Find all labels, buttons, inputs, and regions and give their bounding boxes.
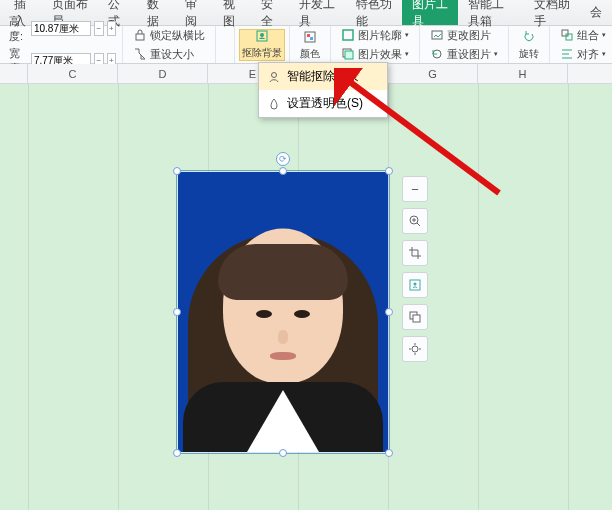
- rotate-icon: [522, 30, 536, 44]
- svg-rect-7: [310, 37, 313, 40]
- chevron-down-icon: ▾: [494, 50, 498, 58]
- tab-dev[interactable]: 开发工具: [289, 0, 345, 25]
- tab-picture-tools[interactable]: 图片工具: [402, 0, 458, 25]
- reset-size[interactable]: 重设大小: [129, 46, 209, 63]
- tab-docassist[interactable]: 文档助手: [524, 0, 580, 25]
- rotate-handle[interactable]: ⟳: [276, 152, 290, 166]
- group-button[interactable]: 组合▾: [556, 27, 610, 44]
- chevron-down-icon: ▾: [405, 50, 409, 58]
- resize-handle-tl[interactable]: [173, 167, 181, 175]
- change-pic-icon: [430, 28, 444, 42]
- svg-point-21: [414, 283, 417, 286]
- effect-button[interactable]: 图片效果▾: [337, 46, 413, 63]
- smart-remove-bg-icon: [267, 70, 281, 84]
- remove-bg-icon: [255, 29, 269, 43]
- side-zoom-button[interactable]: [402, 208, 428, 234]
- height-input[interactable]: [31, 21, 91, 36]
- reset-pic-button[interactable]: 重设图片▾: [426, 46, 502, 63]
- tab-more[interactable]: 会: [580, 0, 612, 25]
- svg-rect-6: [307, 34, 310, 37]
- resize-handle-tr[interactable]: [385, 167, 393, 175]
- remove-background-button[interactable]: 抠除背景: [239, 29, 285, 61]
- color-icon: [303, 30, 317, 44]
- col-D[interactable]: D: [118, 64, 208, 83]
- tab-smart[interactable]: 智能工具箱: [458, 0, 523, 25]
- resize-handle-mr[interactable]: [385, 308, 393, 316]
- col-H[interactable]: H: [478, 64, 568, 83]
- change-pic-button[interactable]: 更改图片: [426, 27, 502, 44]
- chevron-down-icon: ▾: [602, 50, 606, 58]
- resize-handle-ml[interactable]: [173, 308, 181, 316]
- side-ai-button[interactable]: [402, 272, 428, 298]
- selected-picture[interactable]: ⟳: [178, 172, 388, 452]
- svg-rect-13: [566, 34, 572, 40]
- chevron-down-icon: ▾: [602, 31, 606, 39]
- resize-handle-bl[interactable]: [173, 449, 181, 457]
- resize-handle-tm[interactable]: [279, 167, 287, 175]
- svg-rect-8: [343, 30, 353, 40]
- resize-handle-bm[interactable]: [279, 449, 287, 457]
- set-transparent-color-item[interactable]: 设置透明色(S): [259, 90, 387, 117]
- svg-point-4: [260, 33, 264, 37]
- svg-rect-23: [413, 315, 420, 322]
- tab-view[interactable]: 视图: [213, 0, 251, 25]
- col-corner[interactable]: [0, 64, 28, 83]
- svg-rect-10: [345, 51, 353, 59]
- lock-ratio[interactable]: 锁定纵横比: [129, 27, 209, 44]
- side-crop-button[interactable]: [402, 240, 428, 266]
- effect-icon: [341, 47, 355, 61]
- align-icon: [560, 47, 574, 61]
- rotate-button[interactable]: 旋转: [515, 29, 543, 61]
- outline-button[interactable]: 图片轮廓▾: [337, 27, 413, 44]
- color-button[interactable]: 颜色: [296, 29, 324, 61]
- eyedropper-icon: [267, 97, 281, 111]
- side-collapse-button[interactable]: −: [402, 176, 428, 202]
- height-label: 高度:: [9, 14, 28, 44]
- picture-side-toolbar: −: [402, 176, 430, 362]
- svg-rect-12: [562, 30, 568, 36]
- reset-size-icon: [133, 47, 147, 61]
- svg-point-18: [272, 72, 277, 77]
- col-G[interactable]: G: [388, 64, 478, 83]
- side-layers-button[interactable]: [402, 304, 428, 330]
- height-step-up[interactable]: +: [107, 21, 117, 36]
- tab-special[interactable]: 特色功能: [346, 0, 402, 25]
- side-brightness-button[interactable]: [402, 336, 428, 362]
- portrait-image: [178, 172, 388, 452]
- svg-point-24: [412, 346, 418, 352]
- chevron-down-icon: ▾: [405, 31, 409, 39]
- reset-pic-icon: [430, 47, 444, 61]
- lock-icon: [133, 28, 147, 42]
- tab-review[interactable]: 审阅: [175, 0, 213, 25]
- outline-icon: [341, 28, 355, 42]
- remove-bg-dropdown: 智能抠除背景 设置透明色(S): [258, 62, 388, 118]
- tab-security[interactable]: 安全: [251, 0, 289, 25]
- col-C[interactable]: C: [28, 64, 118, 83]
- group-icon: [560, 28, 574, 42]
- height-step-down[interactable]: −: [94, 21, 104, 36]
- align-button[interactable]: 对齐▾: [556, 46, 610, 63]
- tab-data[interactable]: 数据: [137, 0, 175, 25]
- svg-rect-0: [136, 34, 144, 40]
- ribbon: 高度: − + 宽度: − + 锁定纵横比 重设大小: [0, 26, 612, 64]
- resize-handle-br[interactable]: [385, 449, 393, 457]
- smart-remove-bg-item[interactable]: 智能抠除背景: [259, 63, 387, 90]
